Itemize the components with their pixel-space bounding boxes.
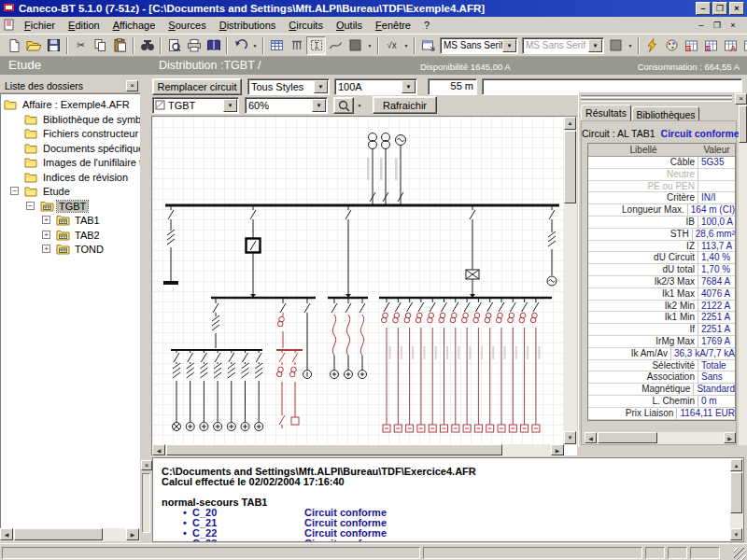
menu-outils[interactable]: Outils bbox=[330, 18, 369, 33]
insert-window-button[interactable] bbox=[418, 36, 438, 55]
results-panel-close-icon[interactable]: × bbox=[735, 93, 747, 105]
copy-button[interactable] bbox=[91, 36, 110, 55]
calculate-icon[interactable] bbox=[642, 36, 662, 55]
style-select[interactable]: Tous Styles▼ bbox=[247, 78, 330, 95]
bt-table-icon-2[interactable]: HT bbox=[701, 36, 721, 55]
bt-table-icon-1[interactable]: BT bbox=[682, 36, 701, 55]
fill-color-button[interactable] bbox=[345, 36, 365, 55]
results-table[interactable]: LibelléValeurCâble5G35NeutrePE ou PENCri… bbox=[587, 143, 736, 421]
result-row[interactable]: Ik Am/Av36,3 kA/7,7 kA bbox=[588, 348, 735, 360]
close-button[interactable]: × bbox=[729, 2, 744, 15]
result-row[interactable]: IZ113,7 A bbox=[588, 241, 735, 253]
result-row[interactable]: Ik1 Min2251 A bbox=[588, 312, 735, 324]
menu-distributions[interactable]: Distributions bbox=[213, 18, 283, 33]
one-line-diagram-canvas[interactable]: ▲ ▼ ◀ ▶ bbox=[151, 116, 577, 455]
result-row[interactable]: SélectivitéTotale bbox=[588, 360, 735, 372]
result-row[interactable]: PE ou PEN bbox=[588, 181, 735, 193]
menu-edition[interactable]: Edition bbox=[62, 18, 106, 33]
menu-affichage[interactable]: Affichage bbox=[106, 18, 162, 33]
result-row[interactable]: Câble5G35 bbox=[588, 157, 735, 169]
scroll-left-icon[interactable]: ◀ bbox=[152, 444, 165, 455]
zoom-select[interactable]: 60%▼ bbox=[245, 97, 328, 114]
chevron-down-icon[interactable]: ▼ bbox=[223, 99, 237, 112]
chevron-down-icon[interactable]: ▼ bbox=[312, 99, 326, 112]
bt-table-icon-4[interactable] bbox=[740, 36, 747, 55]
log-close-icon[interactable]: × bbox=[141, 460, 152, 470]
child-minimize-button[interactable]: – bbox=[695, 21, 708, 30]
scroll-left-icon[interactable]: ◀ bbox=[585, 432, 597, 443]
result-row[interactable]: AssociationSans bbox=[588, 371, 735, 384]
tree-item-tond[interactable]: +TOND bbox=[1, 243, 140, 257]
length-field[interactable]: 55 m bbox=[428, 78, 477, 95]
text-color-button[interactable] bbox=[606, 36, 626, 55]
result-row[interactable]: CritèreIN/I bbox=[588, 192, 735, 204]
fill-color-dropdown[interactable]: ▼ bbox=[365, 36, 374, 55]
font-select-2[interactable]: MS Sans Serif▼ bbox=[522, 37, 604, 54]
tree-item-affaire-exemple4-afr[interactable]: Affaire : Exemple4.AFR bbox=[1, 98, 140, 112]
font-select[interactable]: MS Sans Serif▼ bbox=[440, 37, 518, 54]
save-button[interactable] bbox=[44, 36, 63, 55]
result-row[interactable]: STH28,6 mm² bbox=[588, 229, 735, 241]
results-hscrollbar[interactable]: ◀ ▶ bbox=[585, 432, 736, 444]
result-row[interactable]: Neutre bbox=[588, 169, 735, 181]
result-row[interactable]: IrMg Max1769 A bbox=[588, 336, 735, 348]
tree-item-indices-de-r-vision[interactable]: Indices de révision bbox=[1, 171, 140, 185]
table-grid-button[interactable] bbox=[267, 36, 287, 55]
result-row[interactable]: If2251 A bbox=[588, 324, 735, 336]
bt-table-icon-3[interactable]: A bbox=[721, 36, 740, 55]
result-row[interactable]: dU total1,70 % bbox=[588, 264, 735, 276]
tab-bibliotheques[interactable]: Bibliothèques bbox=[632, 106, 699, 121]
scroll-down-icon[interactable]: ▼ bbox=[730, 528, 742, 540]
curve-button[interactable] bbox=[326, 36, 345, 55]
caliber-select[interactable]: 100A▼ bbox=[334, 78, 417, 95]
chevron-down-icon[interactable]: ▼ bbox=[314, 80, 328, 93]
formula-button[interactable]: √x bbox=[382, 36, 402, 55]
print-button[interactable] bbox=[184, 36, 204, 55]
sidebar-hscrollbar[interactable]: ◀ ▶ bbox=[0, 528, 140, 541]
result-row[interactable]: L. Chemin0 m bbox=[588, 396, 735, 408]
scroll-up-icon[interactable]: ▲ bbox=[730, 459, 742, 471]
scroll-right-icon[interactable]: ▶ bbox=[126, 528, 139, 540]
tree-item-images-de-l-unifilaire-tableau[interactable]: Images de l'unifilaire tableau bbox=[1, 156, 140, 170]
palette-icon[interactable] bbox=[662, 36, 682, 55]
child-window-icon[interactable] bbox=[3, 19, 15, 33]
diagram-hscrollbar[interactable]: ◀ ▶ bbox=[152, 444, 564, 456]
tree-expander-icon[interactable]: − bbox=[26, 202, 35, 210]
menu-fentre[interactable]: Fenêtre bbox=[369, 18, 417, 33]
tree-item-biblioth-que-de-symboles[interactable]: Bibliothèque de symboles bbox=[1, 113, 140, 127]
tree-expander-icon[interactable]: + bbox=[42, 231, 50, 239]
results-vscrollbar[interactable] bbox=[739, 105, 747, 445]
paste-button[interactable] bbox=[110, 36, 130, 55]
child-close-button[interactable]: × bbox=[726, 21, 740, 30]
result-row[interactable]: Prix Liaison1164,11 EUR bbox=[588, 408, 735, 420]
scroll-right-icon[interactable]: ▶ bbox=[724, 432, 736, 443]
diagram-vscrollbar[interactable]: ▲ ▼ bbox=[564, 117, 577, 444]
result-row[interactable]: Ik1 Max4076 A bbox=[588, 288, 735, 301]
result-row[interactable]: MagnétiqueStandard bbox=[588, 384, 735, 396]
chevron-down-icon[interactable]: ▼ bbox=[502, 39, 516, 52]
scroll-up-icon[interactable]: ▲ bbox=[564, 117, 576, 130]
tree-expander-icon[interactable]: − bbox=[10, 187, 19, 195]
columns-button[interactable] bbox=[287, 36, 306, 55]
search-icon[interactable] bbox=[137, 36, 157, 55]
folder-tree[interactable]: Affaire : Exemple4.AFRBibliothèque de sy… bbox=[0, 93, 140, 528]
sidebar-close-icon[interactable]: × bbox=[126, 80, 138, 91]
book-button[interactable] bbox=[204, 36, 223, 55]
result-row[interactable]: Ik2 Min2122 A bbox=[588, 301, 735, 313]
scroll-left-icon[interactable]: ◀ bbox=[0, 528, 13, 540]
tree-item-fichiers-constructeur[interactable]: Fichiers constructeur bbox=[1, 127, 140, 141]
new-button[interactable] bbox=[5, 36, 24, 55]
menu-sources[interactable]: Sources bbox=[162, 18, 212, 33]
scroll-right-icon[interactable]: ▶ bbox=[551, 444, 564, 455]
chevron-down-icon[interactable]: ▼ bbox=[588, 39, 602, 52]
text-frame-button[interactable] bbox=[306, 36, 326, 55]
menu-?[interactable]: ? bbox=[417, 18, 436, 33]
text-color-dropdown[interactable]: ▼ bbox=[626, 36, 635, 55]
formula-dropdown[interactable]: ▼ bbox=[402, 36, 411, 55]
tree-item-tab1[interactable]: +TAB1 bbox=[1, 214, 140, 228]
open-button[interactable] bbox=[24, 36, 44, 55]
menu-circuits[interactable]: Circuits bbox=[282, 18, 330, 33]
resize-grip[interactable] bbox=[734, 548, 746, 560]
result-row[interactable]: Longueur Max.164 m (CI) bbox=[588, 204, 735, 217]
tree-expander-icon[interactable]: + bbox=[42, 216, 50, 224]
